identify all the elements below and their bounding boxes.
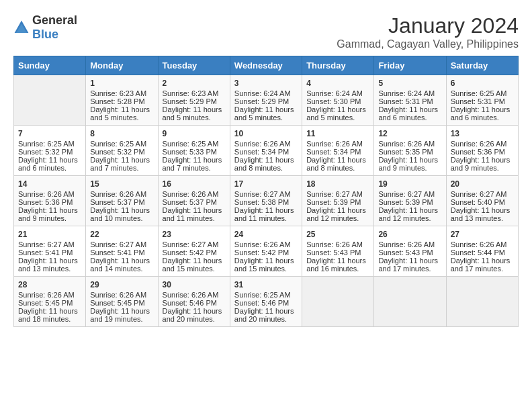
col-saturday: Saturday bbox=[446, 56, 518, 75]
sunrise-text: Sunrise: 6:26 AM bbox=[306, 240, 363, 248]
sunrise-text: Sunrise: 6:26 AM bbox=[378, 240, 435, 248]
daylight-text: Daylight: 11 hours and 8 minutes. bbox=[306, 156, 366, 172]
day-number: 2 bbox=[163, 79, 226, 88]
day-number: 29 bbox=[90, 280, 153, 289]
week-row-4: 28Sunrise: 6:26 AMSunset: 5:45 PMDayligh… bbox=[14, 277, 519, 327]
day-number: 19 bbox=[378, 179, 441, 189]
sunset-text: Sunset: 5:32 PM bbox=[90, 148, 144, 156]
sunset-text: Sunset: 5:44 PM bbox=[451, 248, 505, 257]
daylight-text: Daylight: 11 hours and 8 minutes. bbox=[234, 156, 294, 172]
sunrise-text: Sunrise: 6:26 AM bbox=[163, 291, 219, 299]
calendar-cell: 14Sunrise: 6:26 AMSunset: 5:36 PMDayligh… bbox=[14, 176, 86, 226]
col-sunday: Sunday bbox=[14, 56, 86, 75]
daylight-text: Daylight: 11 hours and 9 minutes. bbox=[378, 156, 438, 172]
daylight-text: Daylight: 11 hours and 16 minutes. bbox=[306, 257, 366, 273]
day-number: 13 bbox=[451, 129, 514, 138]
calendar-cell: 28Sunrise: 6:26 AMSunset: 5:45 PMDayligh… bbox=[14, 277, 86, 327]
daylight-text: Daylight: 11 hours and 19 minutes. bbox=[90, 307, 150, 323]
calendar-cell: 3Sunrise: 6:24 AMSunset: 5:29 PMDaylight… bbox=[230, 75, 302, 126]
title-block: January 2024 Gammad, Cagayan Valley, Phi… bbox=[337, 13, 519, 50]
main-title: January 2024 bbox=[337, 13, 519, 38]
day-number: 5 bbox=[378, 79, 441, 88]
calendar-cell: 20Sunrise: 6:27 AMSunset: 5:40 PMDayligh… bbox=[446, 176, 518, 226]
sunset-text: Sunset: 5:28 PM bbox=[90, 97, 144, 105]
calendar-cell: 19Sunrise: 6:27 AMSunset: 5:39 PMDayligh… bbox=[374, 176, 446, 226]
sunrise-text: Sunrise: 6:26 AM bbox=[234, 240, 291, 248]
sunrise-text: Sunrise: 6:24 AM bbox=[234, 89, 291, 97]
sunset-text: Sunset: 5:30 PM bbox=[306, 97, 361, 105]
calendar-cell: 30Sunrise: 6:26 AMSunset: 5:46 PMDayligh… bbox=[158, 277, 230, 327]
calendar-cell: 27Sunrise: 6:26 AMSunset: 5:44 PMDayligh… bbox=[446, 226, 518, 277]
daylight-text: Daylight: 11 hours and 20 minutes. bbox=[234, 307, 294, 323]
sunrise-text: Sunrise: 6:27 AM bbox=[163, 240, 219, 248]
calendar-cell: 16Sunrise: 6:26 AMSunset: 5:37 PMDayligh… bbox=[158, 176, 230, 226]
sunrise-text: Sunrise: 6:27 AM bbox=[451, 190, 507, 198]
calendar-cell: 9Sunrise: 6:25 AMSunset: 5:33 PMDaylight… bbox=[158, 126, 230, 176]
calendar-cell: 2Sunrise: 6:23 AMSunset: 5:29 PMDaylight… bbox=[158, 75, 230, 126]
daylight-text: Daylight: 11 hours and 13 minutes. bbox=[18, 257, 78, 273]
sunset-text: Sunset: 5:41 PM bbox=[90, 248, 144, 257]
calendar-cell: 7Sunrise: 6:25 AMSunset: 5:32 PMDaylight… bbox=[14, 126, 86, 176]
sunset-text: Sunset: 5:45 PM bbox=[18, 299, 73, 307]
day-number: 17 bbox=[234, 179, 298, 189]
week-row-3: 21Sunrise: 6:27 AMSunset: 5:41 PMDayligh… bbox=[14, 226, 519, 277]
sunset-text: Sunset: 5:37 PM bbox=[163, 198, 217, 206]
calendar-cell: 1Sunrise: 6:23 AMSunset: 5:28 PMDaylight… bbox=[86, 75, 158, 126]
daylight-text: Daylight: 11 hours and 6 minutes. bbox=[451, 105, 511, 122]
day-number: 6 bbox=[451, 79, 514, 88]
subtitle: Gammad, Cagayan Valley, Philippines bbox=[337, 38, 519, 50]
calendar-cell: 18Sunrise: 6:27 AMSunset: 5:39 PMDayligh… bbox=[302, 176, 374, 226]
week-row-0: 1Sunrise: 6:23 AMSunset: 5:28 PMDaylight… bbox=[14, 75, 519, 126]
calendar-cell: 29Sunrise: 6:26 AMSunset: 5:45 PMDayligh… bbox=[86, 277, 158, 327]
logo: General Blue bbox=[13, 13, 77, 42]
sunset-text: Sunset: 5:41 PM bbox=[18, 248, 73, 257]
calendar-cell bbox=[14, 75, 86, 126]
col-tuesday: Tuesday bbox=[158, 56, 230, 75]
col-friday: Friday bbox=[374, 56, 446, 75]
logo-icon bbox=[13, 19, 30, 36]
daylight-text: Daylight: 11 hours and 14 minutes. bbox=[90, 257, 150, 273]
day-number: 28 bbox=[18, 280, 81, 289]
header-row: Sunday Monday Tuesday Wednesday Thursday… bbox=[14, 56, 519, 75]
daylight-text: Daylight: 11 hours and 12 minutes. bbox=[378, 206, 438, 222]
day-number: 8 bbox=[90, 129, 153, 138]
calendar-cell bbox=[446, 277, 518, 327]
day-number: 9 bbox=[163, 129, 226, 138]
sunrise-text: Sunrise: 6:26 AM bbox=[306, 140, 363, 148]
sunrise-text: Sunrise: 6:26 AM bbox=[234, 140, 291, 148]
day-number: 7 bbox=[18, 129, 81, 138]
day-number: 15 bbox=[90, 179, 153, 189]
sunset-text: Sunset: 5:46 PM bbox=[234, 299, 289, 307]
sunset-text: Sunset: 5:35 PM bbox=[378, 148, 433, 156]
day-number: 23 bbox=[163, 230, 226, 239]
day-number: 30 bbox=[163, 280, 226, 289]
calendar-cell: 5Sunrise: 6:24 AMSunset: 5:31 PMDaylight… bbox=[374, 75, 446, 126]
day-number: 26 bbox=[378, 230, 441, 239]
daylight-text: Daylight: 11 hours and 9 minutes. bbox=[451, 156, 511, 172]
day-number: 24 bbox=[234, 230, 298, 239]
day-number: 11 bbox=[306, 129, 369, 138]
calendar-cell: 31Sunrise: 6:25 AMSunset: 5:46 PMDayligh… bbox=[230, 277, 302, 327]
sunrise-text: Sunrise: 6:25 AM bbox=[234, 291, 291, 299]
daylight-text: Daylight: 11 hours and 17 minutes. bbox=[378, 257, 438, 273]
calendar-cell: 26Sunrise: 6:26 AMSunset: 5:43 PMDayligh… bbox=[374, 226, 446, 277]
sunset-text: Sunset: 5:42 PM bbox=[234, 248, 289, 257]
sunrise-text: Sunrise: 6:24 AM bbox=[306, 89, 363, 97]
calendar-table: Sunday Monday Tuesday Wednesday Thursday… bbox=[13, 56, 519, 327]
day-number: 27 bbox=[451, 230, 514, 239]
sunset-text: Sunset: 5:31 PM bbox=[378, 97, 433, 105]
sunset-text: Sunset: 5:39 PM bbox=[306, 198, 361, 206]
daylight-text: Daylight: 11 hours and 9 minutes. bbox=[18, 206, 78, 222]
sunrise-text: Sunrise: 6:27 AM bbox=[234, 190, 291, 198]
sunrise-text: Sunrise: 6:26 AM bbox=[90, 190, 146, 198]
sunset-text: Sunset: 5:46 PM bbox=[163, 299, 217, 307]
calendar-cell: 12Sunrise: 6:26 AMSunset: 5:35 PMDayligh… bbox=[374, 126, 446, 176]
day-number: 16 bbox=[163, 179, 226, 189]
calendar-cell bbox=[374, 277, 446, 327]
day-number: 25 bbox=[306, 230, 369, 239]
daylight-text: Daylight: 11 hours and 12 minutes. bbox=[306, 206, 366, 222]
calendar-cell: 4Sunrise: 6:24 AMSunset: 5:30 PMDaylight… bbox=[302, 75, 374, 126]
daylight-text: Daylight: 11 hours and 6 minutes. bbox=[18, 156, 78, 172]
sunrise-text: Sunrise: 6:26 AM bbox=[451, 240, 507, 248]
day-number: 18 bbox=[306, 179, 369, 189]
